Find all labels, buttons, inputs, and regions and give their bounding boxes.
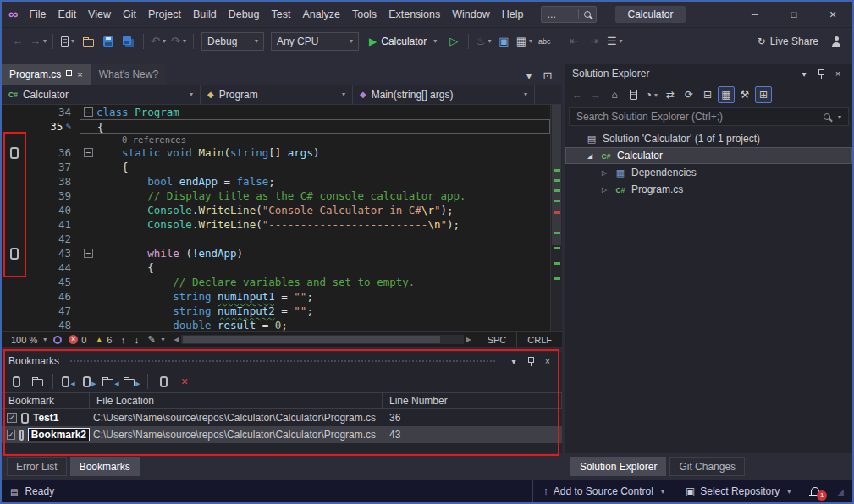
fold-margin[interactable]: − [80, 105, 96, 119]
fold-toggle-icon[interactable]: − [84, 148, 93, 157]
code-text[interactable]: // Display title as the C# console calcu… [96, 189, 550, 203]
fold-margin[interactable]: − [80, 246, 96, 260]
pin-icon[interactable] [66, 70, 72, 76]
panel-tab-git-changes[interactable]: Git Changes [669, 457, 745, 476]
line-operations-icon[interactable]: ☰▾ [605, 32, 624, 51]
close-icon[interactable]: × [830, 66, 846, 81]
scroll-left-icon[interactable]: ◀ [174, 336, 179, 343]
fold-margin[interactable] [80, 160, 96, 174]
home-icon[interactable]: ⌂ [606, 86, 623, 103]
code-text[interactable]: string numInput1 = ""; [96, 289, 550, 304]
code-text[interactable]: { [96, 160, 550, 174]
properties-icon[interactable]: ⚒ [736, 86, 753, 103]
preview-selected-items-icon[interactable]: ▦ [718, 86, 735, 103]
code-text[interactable]: string numInput2 = ""; [96, 304, 550, 318]
background-tasks-icon[interactable]: ▤ [10, 487, 18, 496]
menu-edit[interactable]: Edit [52, 5, 83, 24]
bookmark-name-edit-input[interactable]: Bookmark2 [28, 428, 90, 441]
tree-item-dependencies[interactable]: ▷▦Dependencies [565, 164, 852, 181]
fold-margin[interactable] [80, 174, 96, 189]
bookmark-checkbox[interactable]: ✓ [7, 413, 17, 423]
bookmark-margin[interactable] [2, 134, 27, 145]
add-to-source-control-button[interactable]: ↑ Add to Source Control ▾ [532, 480, 675, 502]
code-text[interactable]: // Declare variables and set to empty. [96, 275, 550, 289]
fold-margin[interactable]: − [80, 145, 96, 160]
project-dropdown[interactable]: C#Calculator▾ [2, 85, 201, 104]
panel-tab-solution-explorer[interactable]: Solution Explorer [570, 457, 666, 476]
pending-changes-filter-icon[interactable]: ◔▾ [643, 86, 660, 103]
tree-item-project-calculator[interactable]: ◢C#Calculator [565, 147, 852, 164]
close-button[interactable]: × [813, 2, 852, 27]
select-repository-button[interactable]: ▣ Select Repository ▾ [675, 480, 801, 502]
toggle-all-bookmarks-icon[interactable] [154, 372, 173, 391]
scrollbar-thumb[interactable] [183, 336, 441, 343]
pin-icon[interactable] [813, 66, 829, 81]
menu-view[interactable]: View [82, 5, 117, 24]
active-files-dropdown-icon[interactable]: ▾ [520, 66, 538, 85]
close-icon[interactable]: × [540, 353, 555, 369]
switch-views-icon[interactable] [625, 86, 642, 103]
menu-build[interactable]: Build [187, 5, 223, 24]
fold-margin[interactable] [80, 304, 96, 318]
scrollbar-thumb[interactable] [552, 105, 561, 245]
fold-margin[interactable] [80, 189, 96, 203]
solution-explorer-search-input[interactable]: Search Solution Explorer (Ctrl+;) ▾ [569, 107, 849, 126]
bookmark-margin[interactable] [2, 189, 27, 203]
type-dropdown[interactable]: ◆Program▾ [201, 85, 353, 104]
menu-tools[interactable]: Tools [346, 5, 383, 24]
find-in-files-icon[interactable]: ▣ [494, 32, 513, 51]
code-cleanup-button[interactable]: ✎▾ [143, 332, 168, 347]
bookmark-margin[interactable] [2, 232, 27, 246]
bookmark-margin[interactable] [2, 318, 27, 331]
redo-icon[interactable]: ↷▾ [169, 32, 188, 51]
float-window-icon[interactable]: ⊡ [538, 66, 557, 85]
window-position-icon[interactable]: ▾ [796, 66, 812, 81]
code-editor[interactable]: 34−class Program35✎{ 0 references36− sta… [2, 105, 562, 331]
code-text[interactable] [96, 232, 550, 246]
previous-bookmark-in-folder-icon[interactable]: ◀ [102, 372, 120, 391]
bookmark-margin[interactable] [2, 217, 27, 232]
previous-bookmark-icon[interactable]: ◀ [59, 372, 78, 391]
window-position-icon[interactable]: ▾ [506, 353, 521, 369]
expander-closed-icon[interactable]: ▷ [599, 186, 609, 194]
code-text[interactable]: Console.WriteLine("---------------------… [96, 217, 550, 232]
close-tab-icon[interactable]: × [77, 69, 82, 79]
search-icon[interactable] [584, 11, 591, 18]
panel-tab-bookmarks[interactable]: Bookmarks [70, 457, 140, 476]
menu-project[interactable]: Project [142, 5, 187, 24]
fold-margin[interactable] [80, 217, 96, 232]
line-ending-indicator[interactable]: CRLF [516, 332, 562, 347]
tab-what-s-new[interactable]: What's New? [91, 64, 166, 85]
fold-margin[interactable] [80, 134, 96, 145]
solution-explorer-header[interactable]: Solution Explorer ▾× [565, 64, 852, 83]
drag-grip[interactable] [69, 359, 496, 364]
error-indicator[interactable]: 0 [64, 332, 91, 347]
indent-decrease-icon[interactable]: ⇤ [565, 32, 583, 51]
previous-issue-icon[interactable]: ↑ [116, 333, 129, 347]
tree-item-solution[interactable]: ▤Solution 'Calculator' (1 of 1 project) [565, 130, 852, 147]
bookmark-margin[interactable] [2, 246, 27, 260]
expander-closed-icon[interactable]: ▷ [599, 169, 609, 177]
bookmark-icon[interactable] [10, 147, 19, 159]
fold-toggle-icon[interactable]: − [84, 107, 93, 117]
bookmark-margin[interactable] [2, 160, 27, 174]
refresh-icon[interactable]: ⟳ [680, 86, 697, 103]
code-text[interactable]: { [96, 260, 550, 275]
bookmark-checkbox[interactable]: ✓ [7, 430, 15, 440]
fold-margin[interactable] [80, 289, 96, 304]
live-share-button[interactable]: ↻Live Share [751, 36, 825, 47]
expander-open-icon[interactable]: ◢ [585, 152, 595, 160]
open-file-icon[interactable] [79, 32, 97, 51]
menu-file[interactable]: File [23, 5, 52, 24]
solution-configuration-dropdown[interactable]: Debug▾ [201, 32, 264, 51]
sync-namespaces-icon[interactable]: ⇄ [662, 86, 679, 103]
feedback-icon[interactable] [827, 32, 846, 51]
window-layout-icon[interactable]: ▦▾ [515, 32, 533, 51]
new-project-icon[interactable]: ▾ [58, 32, 77, 51]
fold-toggle-icon[interactable]: − [84, 249, 93, 258]
bookmark-margin[interactable] [2, 260, 27, 275]
hot-reload-icon[interactable]: ♨▾ [474, 32, 493, 51]
start-debugging-button[interactable]: ▶Calculator▾ [363, 32, 443, 51]
menu-test[interactable]: Test [266, 5, 297, 24]
next-bookmark-icon[interactable]: ▶ [80, 372, 99, 391]
